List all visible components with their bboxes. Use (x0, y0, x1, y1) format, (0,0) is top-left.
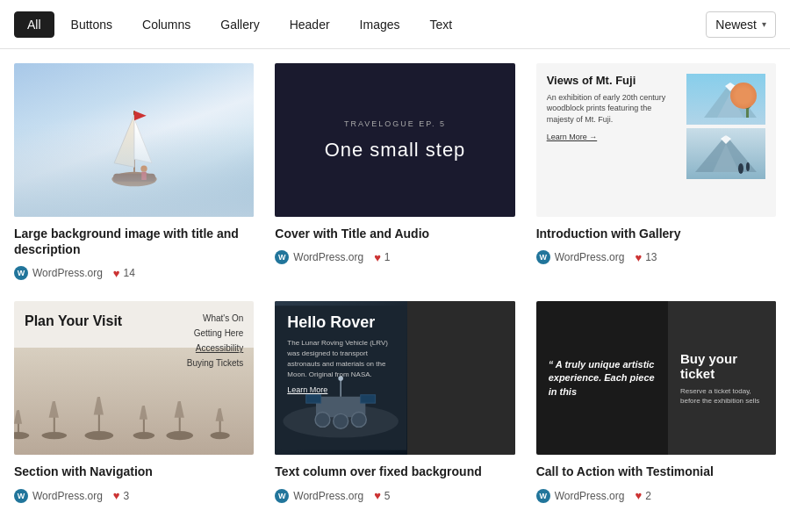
card-title: Text column over fixed background (275, 464, 514, 479)
nav-section-nav: What's On Getting Here Accessibility Buy… (173, 313, 243, 368)
svg-marker-1 (114, 115, 134, 168)
gallery-image-bottom (686, 128, 765, 179)
card-thumbnail[interactable]: TRAVELOGUE EP. 5 One small step (275, 63, 514, 217)
cta-body: Reserve a ticket today, before the exhib… (680, 386, 764, 406)
pattern-card: Plan Your Visit What's On Getting Here A… (14, 301, 254, 502)
svg-point-4 (111, 172, 156, 187)
svg-rect-12 (746, 104, 749, 118)
cta-section: Buy your ticket Reserve a ticket today, … (668, 301, 776, 455)
svg-point-6 (140, 166, 147, 172)
card-title: Cover with Title and Audio (275, 226, 514, 241)
card-likes[interactable]: ♥ 5 (374, 489, 390, 502)
testimonial-section: “ A truly unique artistic experience. Ea… (536, 301, 668, 455)
filter-gallery[interactable]: Gallery (207, 11, 272, 38)
gallery-text: Views of Mt. Fuji An exhibition of early… (547, 74, 678, 206)
nav-item-1[interactable]: What's On (203, 313, 243, 323)
heart-icon: ♥ (374, 251, 381, 264)
episode-label: TRAVELOGUE EP. 5 (344, 119, 446, 128)
svg-point-26 (42, 432, 68, 439)
svg-rect-5 (113, 174, 155, 182)
filter-images[interactable]: Images (347, 11, 413, 38)
heart-icon: ♥ (113, 489, 120, 502)
testimonial-quote: “ A truly unique artistic experience. Ea… (549, 358, 656, 399)
nav-section-left: Plan Your Visit (25, 313, 166, 336)
card-thumbnail[interactable]: Hello Rover The Lunar Roving Vehicle (LR… (275, 301, 514, 455)
card-thumbnail[interactable]: Views of Mt. Fuji An exhibition of early… (536, 63, 776, 217)
card-title: Large background image with title and de… (14, 226, 254, 257)
gallery-images (686, 74, 765, 206)
gallery-body: An exhibition of early 20th century wood… (547, 92, 678, 126)
wordpress-icon: W (536, 489, 550, 503)
card-thumbnail[interactable] (14, 63, 254, 217)
heart-icon: ♥ (635, 251, 642, 264)
filter-all[interactable]: All (14, 11, 54, 38)
card-thumbnail[interactable]: “ A truly unique artistic experience. Ea… (536, 301, 776, 455)
wordpress-icon: W (536, 250, 550, 264)
card-author: W WordPress.org (275, 489, 363, 503)
svg-point-19 (746, 162, 750, 171)
svg-point-38 (210, 432, 229, 439)
card-meta: W WordPress.org ♥ 3 (14, 489, 254, 503)
card-likes[interactable]: ♥ 13 (635, 251, 657, 264)
gallery-title: Views of Mt. Fuji (547, 74, 678, 89)
nav-item-4[interactable]: Buying Tickets (187, 358, 243, 368)
filter-buttons[interactable]: Buttons (58, 11, 126, 38)
card-author: W WordPress.org (275, 250, 363, 264)
card-likes[interactable]: ♥ 2 (635, 489, 650, 502)
filter-text[interactable]: Text (417, 11, 466, 38)
text-column-body: The Lunar Roving Vehicle (LRV) was desig… (287, 338, 394, 380)
cover-title: One small step (325, 139, 466, 162)
heart-icon: ♥ (113, 267, 120, 280)
wordpress-icon: W (14, 266, 28, 280)
pattern-card: TRAVELOGUE EP. 5 One small step Cover wi… (275, 63, 514, 280)
card-author: W WordPress.org (14, 489, 103, 503)
card-title: Section with Navigation (14, 464, 254, 479)
cta-title: Buy your ticket (680, 351, 764, 381)
pattern-card: Large background image with title and de… (14, 63, 254, 280)
filter-columns[interactable]: Columns (129, 11, 204, 38)
fixed-bg-right (407, 301, 515, 455)
wordpress-icon: W (275, 489, 289, 503)
svg-rect-7 (141, 172, 147, 180)
card-author: W WordPress.org (536, 250, 625, 264)
card-likes[interactable]: ♥ 1 (374, 251, 390, 264)
card-thumbnail[interactable]: Plan Your Visit What's On Getting Here A… (14, 301, 254, 455)
svg-point-35 (166, 431, 193, 440)
nav-item-3[interactable]: Accessibility (196, 343, 243, 353)
filter-header[interactable]: Header (276, 11, 343, 38)
heart-icon: ♥ (374, 489, 381, 502)
svg-point-13 (742, 95, 752, 109)
svg-marker-3 (134, 111, 147, 120)
nav-item-2[interactable]: Getting Here (194, 328, 244, 338)
filter-bar: All Buttons Columns Gallery Header Image… (0, 0, 790, 49)
text-column-title: Hello Rover (287, 313, 394, 333)
svg-marker-2 (134, 119, 152, 162)
card-meta: W WordPress.org ♥ 5 (275, 489, 514, 503)
wordpress-icon: W (14, 489, 28, 503)
svg-point-29 (85, 431, 114, 440)
card-meta: W WordPress.org ♥ 13 (536, 250, 776, 264)
pattern-card: “ A truly unique artistic experience. Ea… (536, 301, 776, 502)
card-author: W WordPress.org (536, 489, 625, 503)
card-likes[interactable]: ♥ 3 (113, 489, 129, 502)
text-column-content: Hello Rover The Lunar Roving Vehicle (LR… (275, 301, 406, 455)
heart-icon: ♥ (635, 489, 642, 502)
svg-point-32 (133, 432, 155, 439)
pattern-card: Views of Mt. Fuji An exhibition of early… (536, 63, 776, 280)
svg-point-18 (738, 163, 743, 174)
card-meta: W WordPress.org ♥ 1 (275, 250, 514, 264)
gallery-image-top (686, 74, 765, 125)
card-likes[interactable]: ♥ 14 (113, 267, 135, 280)
chevron-down-icon: ▾ (762, 19, 766, 29)
card-author: W WordPress.org (14, 266, 103, 280)
card-meta: W WordPress.org ♥ 2 (536, 489, 776, 503)
learn-more-link[interactable]: Learn More (287, 385, 394, 394)
card-title: Call to Action with Testimonial (536, 464, 776, 479)
card-title: Introduction with Gallery (536, 226, 776, 241)
pattern-card: Hello Rover The Lunar Roving Vehicle (LR… (275, 301, 514, 502)
sort-label: Newest (715, 18, 757, 32)
patterns-grid: Large background image with title and de… (0, 49, 790, 517)
wordpress-icon: W (275, 250, 289, 264)
sort-dropdown[interactable]: Newest ▾ (706, 11, 776, 38)
gallery-link[interactable]: Learn More → (547, 133, 678, 141)
